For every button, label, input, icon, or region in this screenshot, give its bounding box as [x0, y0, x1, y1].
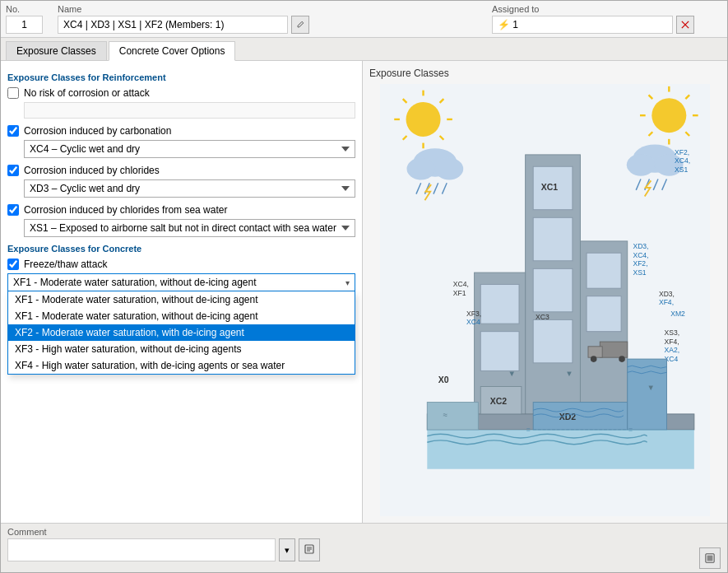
svg-rect-38 — [533, 217, 573, 261]
comment-label: Comment — [7, 527, 320, 537]
svg-rect-73 — [600, 342, 627, 357]
freeze-dropdown-header[interactable]: XF1 - Moderate water saturation, without… — [7, 273, 355, 291]
no-risk-input — [24, 102, 355, 119]
svg-rect-89 — [707, 556, 713, 561]
comment-input[interactable] — [7, 538, 276, 561]
svg-text:XF4,: XF4, — [659, 298, 674, 306]
svg-rect-48 — [587, 253, 621, 288]
svg-rect-44 — [480, 332, 519, 371]
no-label: No. — [6, 4, 51, 14]
tab-exposure-classes[interactable]: Exposure Classes — [6, 41, 107, 60]
svg-text:XC3: XC3 — [536, 313, 549, 321]
svg-text:XF2,: XF2, — [675, 148, 689, 156]
svg-point-10 — [651, 98, 686, 133]
svg-text:XS3,: XS3, — [665, 328, 680, 337]
carbonation-dropdown[interactable]: XC4 – Cyclic wet and dry — [24, 140, 355, 158]
svg-text:XF2,: XF2, — [633, 259, 647, 268]
sea-water-label: Corrosion induced by chlorides from sea … — [24, 204, 227, 216]
svg-text:▼: ▼ — [565, 369, 573, 378]
svg-text:▼: ▼ — [647, 383, 655, 392]
freeze-option-1[interactable]: XF1 - Moderate water saturation, without… — [8, 291, 355, 308]
svg-rect-70 — [427, 403, 478, 430]
freeze-label: Freeze/thaw attack — [24, 259, 107, 270]
freeze-dropdown-list: XF1 - Moderate water saturation, without… — [7, 291, 355, 375]
svg-rect-72 — [628, 359, 667, 430]
svg-rect-49 — [587, 296, 621, 332]
reinforcement-section-title: Exposure Classes for Reinforcement — [7, 72, 355, 82]
freeze-checkbox[interactable] — [7, 259, 19, 270]
concrete-section-title: Exposure Classes for Concrete — [7, 244, 355, 254]
svg-rect-40 — [533, 319, 573, 363]
chlorides-label: Corrosion induced by chlorides — [24, 165, 160, 176]
svg-point-76 — [619, 356, 625, 362]
svg-text:XC4,: XC4, — [675, 156, 690, 165]
chlorides-checkbox[interactable] — [7, 165, 19, 176]
svg-text:XM2: XM2 — [670, 310, 685, 318]
chlorides-dropdown[interactable]: XD3 – Cyclic wet and dry — [24, 179, 355, 198]
svg-text:XF3,: XF3, — [466, 310, 481, 318]
svg-text:XC4,: XC4, — [453, 280, 469, 288]
freeze-option-2[interactable]: XF1 - Moderate water saturation, without… — [8, 308, 355, 324]
close-button[interactable] — [676, 16, 694, 34]
svg-rect-74 — [588, 347, 602, 357]
svg-point-21 — [435, 158, 463, 180]
edit-button[interactable] — [291, 16, 309, 34]
carbonation-checkbox[interactable] — [7, 125, 19, 137]
svg-point-1 — [406, 102, 441, 137]
name-value: XC4 | XD3 | XS1 | XF2 (Members: 1) — [58, 16, 288, 34]
no-risk-label: No risk of corrosion or attack — [24, 87, 150, 99]
name-label: Name — [58, 4, 485, 14]
svg-text:X0: X0 — [438, 375, 449, 384]
freeze-dropdown-arrow: ▾ — [345, 278, 350, 287]
svg-text:XF1: XF1 — [453, 289, 466, 297]
sea-water-dropdown[interactable]: XS1 – Exposed to airborne salt but not i… — [24, 219, 355, 237]
assigned-value: ⚡ 1 — [492, 16, 673, 34]
svg-text:XS1: XS1 — [675, 165, 688, 174]
svg-point-27 — [627, 154, 655, 176]
freeze-option-5[interactable]: XF4 - High water saturation, with de-ici… — [8, 357, 355, 374]
sea-water-checkbox[interactable] — [7, 204, 19, 216]
svg-text:XF4,: XF4, — [665, 338, 679, 346]
svg-point-20 — [407, 158, 435, 180]
comment-attach-btn[interactable] — [299, 538, 320, 561]
svg-text:XD3,: XD3, — [659, 290, 675, 298]
svg-point-75 — [591, 356, 597, 362]
svg-text:XC1: XC1 — [541, 182, 559, 192]
svg-text:XC4,: XC4, — [633, 251, 648, 259]
svg-text:▼: ▼ — [508, 369, 516, 378]
svg-text:XS1: XS1 — [633, 268, 646, 277]
comment-section: Comment ▾ — [7, 527, 320, 561]
svg-text:≈: ≈ — [443, 410, 447, 419]
svg-rect-43 — [480, 284, 519, 324]
freeze-option-3[interactable]: XF2 - Moderate water saturation, with de… — [8, 324, 355, 341]
no-value: 1 — [6, 16, 43, 34]
assigned-label: Assigned to — [492, 4, 722, 14]
svg-text:XD3,: XD3, — [633, 242, 648, 250]
freeze-option-4[interactable]: XF3 - High water saturation, without de-… — [8, 341, 355, 357]
svg-rect-39 — [533, 268, 573, 312]
carbonation-label: Corrosion induced by carbonation — [24, 125, 171, 137]
exposure-diagram: XF2, XC4, XS1 XC1 — [369, 84, 721, 516]
svg-text:XC4: XC4 — [466, 318, 480, 326]
svg-text:XC2: XC2 — [490, 396, 508, 406]
freeze-dropdown-container: XF1 - Moderate water saturation, without… — [7, 273, 355, 291]
export-btn[interactable] — [699, 547, 721, 569]
freeze-dropdown-value: XF1 - Moderate water saturation, without… — [13, 277, 257, 288]
svg-text:XA2,: XA2, — [665, 346, 680, 354]
no-risk-checkbox[interactable] — [7, 87, 19, 99]
tab-concrete-cover[interactable]: Concrete Cover Options — [109, 41, 236, 61]
right-panel-title: Exposure Classes — [369, 68, 721, 79]
comment-dropdown-btn[interactable]: ▾ — [279, 538, 295, 561]
